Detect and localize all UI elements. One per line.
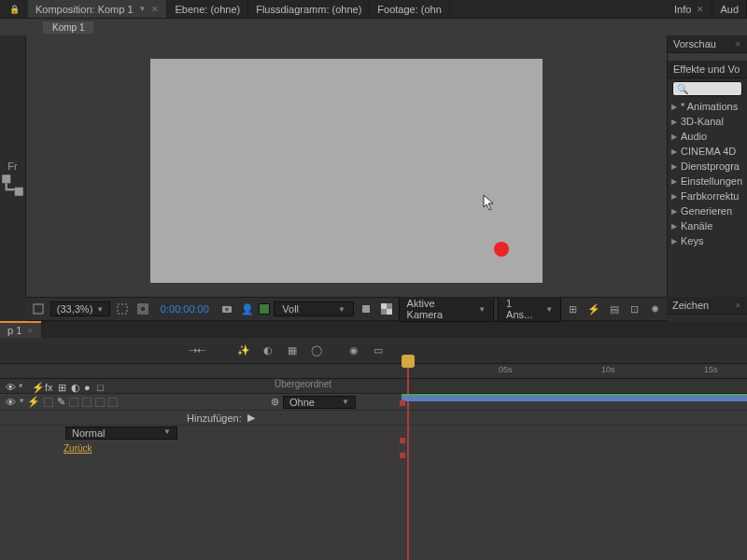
timeline-columns: 👁*⚡fx⊞◐●□ Übergeordnet bbox=[0, 379, 747, 394]
flowchart-icon[interactable] bbox=[0, 175, 25, 194]
chevron-down-icon[interactable]: ▼ bbox=[139, 5, 147, 13]
transparency-grid-icon[interactable] bbox=[378, 301, 395, 317]
svg-rect-1 bbox=[15, 187, 23, 195]
refresh-icon[interactable]: ✸ bbox=[646, 301, 663, 317]
shy-icon[interactable]: ⇢⇠ bbox=[187, 341, 207, 361]
viewer-timecode[interactable]: 0:00:00:00 bbox=[155, 303, 215, 315]
roi-icon[interactable] bbox=[358, 301, 374, 317]
ruler-tick: 05s bbox=[499, 365, 513, 374]
tab-layer[interactable]: Ebene: (ohne) bbox=[167, 0, 248, 18]
chevron-right-icon: ▶ bbox=[671, 118, 677, 126]
bg-color-swatch[interactable] bbox=[259, 303, 270, 315]
mouse-cursor-icon bbox=[483, 194, 496, 213]
comp-name[interactable]: Komp 1 bbox=[43, 21, 93, 34]
effect-category[interactable]: ▶Farbkorrektu bbox=[668, 189, 747, 203]
chevron-right-icon: ▶ bbox=[671, 103, 677, 111]
pixel-aspect-icon[interactable]: ⊞ bbox=[565, 301, 582, 317]
close-icon[interactable]: ✕ bbox=[151, 5, 159, 14]
pickwhip-icon[interactable]: ⊚ bbox=[271, 396, 279, 408]
close-icon[interactable]: ✕ bbox=[735, 301, 741, 310]
effect-category[interactable]: ▶CINEMA 4D bbox=[668, 144, 747, 159]
composition-viewer[interactable] bbox=[26, 35, 667, 297]
comp-breadcrumb: Komp 1 bbox=[0, 19, 747, 35]
chevron-right-icon: ▶ bbox=[671, 222, 677, 231]
chevron-right-icon: ▶ bbox=[671, 177, 677, 186]
blend-mode-dropdown[interactable]: Normal ▼ bbox=[65, 427, 177, 440]
timeline-tabs: p 1 ✕ bbox=[0, 321, 747, 338]
playhead[interactable] bbox=[402, 355, 415, 368]
svg-rect-2 bbox=[34, 304, 43, 314]
safe-zones-icon[interactable] bbox=[134, 301, 151, 317]
chevron-down-icon: ▼ bbox=[338, 305, 345, 314]
add-property-button[interactable]: ▶ bbox=[247, 412, 255, 424]
shape-red-circle[interactable] bbox=[494, 242, 509, 257]
close-icon[interactable]: ✕ bbox=[697, 5, 704, 14]
svg-rect-11 bbox=[387, 303, 392, 309]
parent-column-header: Übergeordnet bbox=[271, 379, 364, 393]
channel-icon[interactable]: 👤 bbox=[239, 301, 256, 317]
close-icon[interactable]: ✕ bbox=[735, 40, 741, 49]
effect-category[interactable]: ▶Dienstprogra bbox=[668, 159, 747, 174]
back-link[interactable]: Zurück bbox=[63, 443, 92, 454]
close-icon[interactable]: ✕ bbox=[27, 327, 34, 335]
frame-blend-icon[interactable]: ▭ bbox=[368, 341, 388, 361]
effect-category[interactable]: ▶3D-Kanal bbox=[668, 114, 747, 129]
tab-footage[interactable]: Footage: (ohn bbox=[370, 0, 450, 18]
chevron-right-icon: ▶ bbox=[671, 147, 677, 156]
timeline-icon[interactable]: ▤ bbox=[606, 301, 623, 317]
viewer-toolbar: (33,3%)▼ 0:00:00:00 👤 Voll▼ Aktive Kamer… bbox=[26, 297, 667, 321]
tab-audio[interactable]: Aud bbox=[712, 0, 747, 18]
svg-rect-10 bbox=[387, 309, 392, 315]
panel-zeichen[interactable]: Zeichen ✕ bbox=[667, 297, 747, 315]
svg-rect-3 bbox=[118, 304, 127, 314]
snapshot-icon[interactable] bbox=[218, 301, 235, 317]
effect-category[interactable]: ▶Kanäle bbox=[668, 218, 747, 233]
effect-category[interactable]: ▶Generieren bbox=[668, 203, 747, 218]
effect-category[interactable]: ▶* Animations bbox=[668, 99, 747, 114]
effect-category[interactable]: ▶Audio bbox=[668, 129, 747, 144]
resolution-dropdown[interactable]: Voll▼ bbox=[274, 301, 354, 316]
draft-3d-icon[interactable]: ◉ bbox=[344, 341, 364, 361]
brain-icon[interactable]: ◯ bbox=[306, 341, 327, 361]
graph-editor-icon[interactable]: ▦ bbox=[282, 341, 303, 361]
camera-dropdown[interactable]: Aktive Kamera▼ bbox=[399, 296, 494, 322]
svg-rect-5 bbox=[140, 306, 146, 312]
layer-switch-icons: 👁*⚡fx⊞◐●□ bbox=[0, 379, 187, 393]
timeline-layer-row[interactable]: 👁*⚡✎ ⊚ Ohne ▼ bbox=[0, 394, 747, 411]
layer-bar[interactable] bbox=[402, 394, 747, 410]
effect-category[interactable]: ▶Einstellungen bbox=[668, 174, 747, 189]
views-dropdown[interactable]: 1 Ans...▼ bbox=[498, 296, 561, 322]
panel-preview[interactable]: Vorschau ✕ bbox=[668, 35, 747, 53]
chevron-right-icon: ▶ bbox=[671, 207, 677, 216]
tab-composition[interactable]: Komposition: Komp 1 ▼ ✕ bbox=[28, 0, 167, 18]
top-tabs: 🔒 Komposition: Komp 1 ▼ ✕ Ebene: (ohne) … bbox=[0, 0, 747, 19]
chevron-right-icon: ▶ bbox=[671, 192, 677, 201]
tab-info[interactable]: Info ✕ bbox=[667, 0, 712, 18]
timeline-ruler-row: 05s 10s 15s bbox=[0, 364, 747, 379]
zoom-dropdown[interactable]: (33,3%)▼ bbox=[50, 301, 110, 316]
chevron-right-icon: ▶ bbox=[671, 133, 677, 141]
effects-list: ▶* Animations ▶3D-Kanal ▶Audio ▶CINEMA 4… bbox=[668, 99, 747, 297]
effects-search-input[interactable] bbox=[672, 81, 742, 96]
chevron-down-icon: ▼ bbox=[478, 305, 486, 314]
parent-dropdown[interactable]: Ohne ▼ bbox=[283, 396, 356, 409]
effect-category[interactable]: ▶Keys bbox=[668, 233, 747, 248]
chevron-down-icon: ▼ bbox=[545, 305, 553, 314]
panel-effects[interactable]: Effekte und Vo bbox=[668, 61, 747, 78]
timeline-tab[interactable]: p 1 ✕ bbox=[0, 321, 41, 338]
keyframe-icon[interactable] bbox=[400, 400, 405, 406]
grid-icon[interactable] bbox=[30, 301, 47, 317]
motion-blur-icon[interactable]: ◐ bbox=[258, 341, 278, 361]
fast-preview-icon[interactable]: ⚡ bbox=[585, 301, 602, 317]
timeline-toolbar: ⇢⇠ ✨ ◐ ▦ ◯ ◉ ▭ bbox=[0, 338, 747, 364]
left-sidebar: Fr bbox=[0, 35, 26, 297]
chevron-right-icon: ▶ bbox=[671, 237, 677, 245]
keyframe-icon[interactable] bbox=[400, 453, 405, 458]
timeline-ruler[interactable]: 05s 10s 15s bbox=[402, 364, 747, 378]
comp-flowchart-icon[interactable]: ⊡ bbox=[626, 301, 642, 317]
fx-icon[interactable]: ✨ bbox=[233, 341, 254, 361]
region-icon[interactable] bbox=[114, 301, 131, 317]
keyframe-icon[interactable] bbox=[400, 438, 405, 443]
tab-layer-label: Ebene: (ohne) bbox=[175, 4, 240, 15]
tab-flowchart[interactable]: Flussdiagramm: (ohne) bbox=[248, 0, 370, 18]
